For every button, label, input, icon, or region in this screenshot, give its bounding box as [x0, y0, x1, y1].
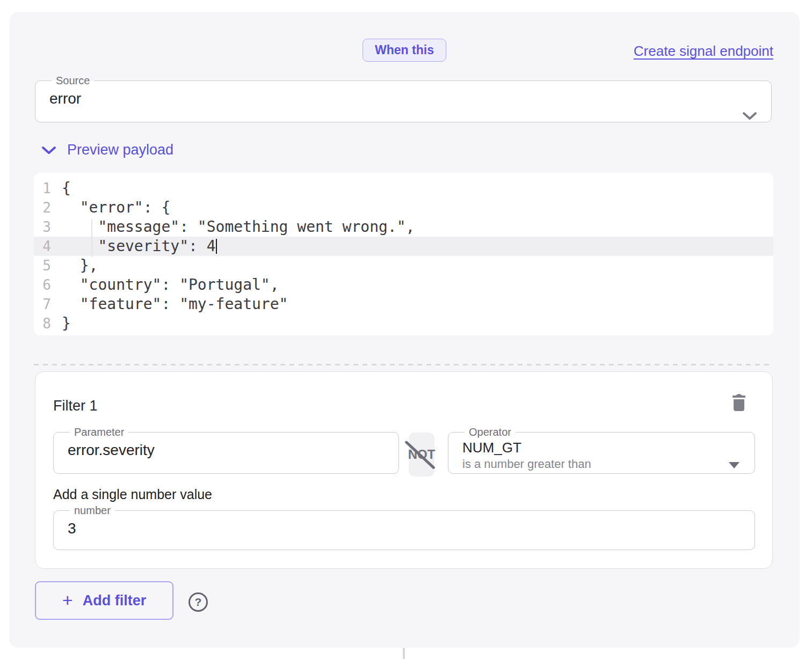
line-number: 7	[34, 295, 62, 314]
signal-editor-page: When this Create signal endpoint Source …	[0, 0, 812, 659]
indent-guide	[91, 219, 92, 257]
plus-icon: +	[62, 591, 73, 609]
parameter-input[interactable]: Parameter error.severity	[53, 426, 399, 474]
source-label: Source	[52, 74, 94, 87]
source-value: error	[44, 87, 763, 107]
number-label: number	[70, 504, 115, 517]
code-text: "country": "Portugal",	[62, 275, 279, 295]
line-number: 2	[34, 198, 62, 217]
add-filter-label: Add filter	[83, 592, 147, 609]
trash-icon	[730, 406, 748, 414]
delete-filter-button[interactable]	[729, 391, 749, 414]
when-this-button[interactable]: When this	[363, 39, 446, 62]
create-signal-endpoint-link[interactable]: Create signal endpoint	[634, 43, 773, 60]
operator-label: Operator	[465, 426, 516, 438]
payload-code-editor[interactable]: 1{2 "error": {3 "message": "Something we…	[34, 173, 773, 335]
chevron-down-icon	[742, 112, 757, 122]
code-line[interactable]: 7 "feature": "my-feature"	[34, 295, 773, 314]
line-number: 5	[34, 256, 62, 275]
line-number: 3	[34, 217, 62, 237]
code-text: "feature": "my-feature"	[62, 295, 288, 314]
operator-value: NUM_GT	[457, 438, 746, 456]
operator-select[interactable]: Operator NUM_GT is a number greater than	[448, 426, 755, 474]
parameter-label: Parameter	[70, 426, 128, 438]
preview-payload-toggle[interactable]: Preview payload	[41, 142, 173, 158]
code-line[interactable]: 8}	[34, 314, 773, 333]
operator-description: is a number greater than	[457, 456, 746, 471]
source-select[interactable]: Source error	[35, 74, 772, 122]
line-number: 1	[34, 179, 62, 198]
code-text: "message": "Something went wrong.",	[62, 217, 415, 237]
line-number: 8	[34, 314, 62, 333]
not-toggle-button[interactable]: NOT	[409, 433, 434, 477]
number-value: 3	[62, 517, 746, 537]
filter-title: Filter 1	[53, 398, 98, 414]
parameter-value: error.severity	[62, 438, 390, 459]
code-line[interactable]: 4 "severity": 4	[34, 237, 773, 256]
code-text: "severity": 4	[62, 237, 217, 256]
code-text: },	[62, 256, 98, 275]
flow-connector-line	[403, 648, 405, 659]
help-button[interactable]: ?	[189, 592, 208, 612]
chevron-down-icon	[41, 145, 56, 155]
preview-payload-label: Preview payload	[67, 142, 173, 158]
code-line[interactable]: 2 "error": {	[34, 198, 773, 217]
code-line[interactable]: 1{	[34, 179, 773, 198]
add-filter-button[interactable]: + Add filter	[35, 581, 173, 620]
code-text: "error": {	[62, 198, 170, 217]
text-cursor	[216, 239, 217, 254]
number-input[interactable]: number 3	[53, 504, 755, 550]
when-this-card: When this Create signal endpoint Source …	[9, 12, 800, 648]
triangle-down-icon	[729, 462, 740, 468]
dashed-divider	[34, 364, 773, 365]
question-mark-icon: ?	[195, 596, 202, 609]
line-number: 6	[34, 275, 62, 295]
code-line[interactable]: 3 "message": "Something went wrong.",	[34, 217, 773, 237]
filter-card: Filter 1 Parameter error.severity NOT	[35, 371, 773, 569]
value-hint-text: Add a single number value	[53, 487, 212, 502]
code-line[interactable]: 5 },	[34, 256, 773, 275]
code-text: }	[62, 314, 71, 333]
code-lines: 1{2 "error": {3 "message": "Something we…	[34, 179, 773, 333]
code-line[interactable]: 6 "country": "Portugal",	[34, 275, 773, 295]
code-text: {	[62, 179, 71, 198]
line-number: 4	[34, 237, 62, 256]
